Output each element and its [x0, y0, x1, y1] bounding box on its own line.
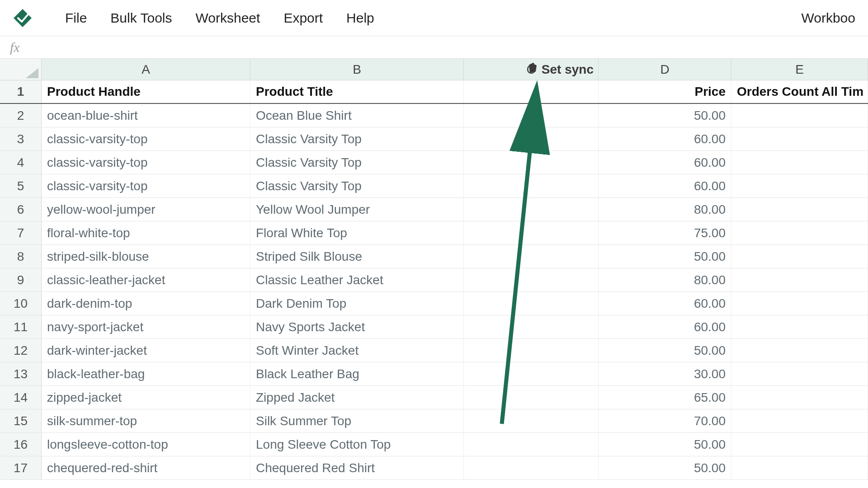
- cell-d[interactable]: 50.00: [599, 339, 731, 362]
- row-header[interactable]: 11: [0, 315, 42, 338]
- cell-a[interactable]: classic-varsity-top: [42, 127, 250, 150]
- set-sync-button[interactable]: Set sync: [527, 62, 594, 77]
- cell-c[interactable]: [464, 433, 599, 456]
- cell-e[interactable]: [731, 198, 868, 221]
- cell-c[interactable]: [464, 386, 599, 409]
- row-header[interactable]: 1: [0, 80, 42, 103]
- cell-b[interactable]: Classic Varsity Top: [250, 174, 464, 197]
- menu-worksheet[interactable]: Worksheet: [196, 10, 260, 26]
- header-cell-b[interactable]: Product Title: [250, 80, 464, 103]
- cell-c[interactable]: [464, 127, 599, 150]
- select-all-corner[interactable]: [0, 59, 42, 80]
- menu-file[interactable]: File: [65, 10, 87, 26]
- menu-bulk-tools[interactable]: Bulk Tools: [110, 10, 172, 26]
- cell-e[interactable]: [731, 386, 868, 409]
- cell-d[interactable]: 60.00: [599, 292, 731, 315]
- row-header[interactable]: 5: [0, 174, 42, 197]
- row-header[interactable]: 4: [0, 151, 42, 174]
- cell-d[interactable]: 60.00: [599, 174, 731, 197]
- cell-d[interactable]: 50.00: [599, 245, 731, 268]
- column-header-d[interactable]: D: [599, 59, 731, 80]
- column-header-c[interactable]: C Set sync: [464, 59, 599, 80]
- cell-b[interactable]: Long Sleeve Cotton Top: [250, 433, 464, 456]
- header-cell-e[interactable]: Orders Count All Tim: [731, 80, 868, 103]
- cell-b[interactable]: Black Leather Bag: [250, 362, 464, 385]
- cell-d[interactable]: 70.00: [599, 409, 731, 432]
- cell-c[interactable]: [464, 292, 599, 315]
- cell-a[interactable]: navy-sport-jacket: [42, 315, 250, 338]
- cell-b[interactable]: Soft Winter Jacket: [250, 339, 464, 362]
- cell-a[interactable]: silk-summer-top: [42, 409, 250, 432]
- cell-c[interactable]: [464, 339, 599, 362]
- cell-d[interactable]: 60.00: [599, 315, 731, 338]
- cell-a[interactable]: dark-winter-jacket: [42, 339, 250, 362]
- cell-c[interactable]: [464, 104, 599, 127]
- cell-c[interactable]: [464, 151, 599, 174]
- cell-b[interactable]: Ocean Blue Shirt: [250, 104, 464, 127]
- row-header[interactable]: 10: [0, 292, 42, 315]
- header-cell-c[interactable]: [464, 80, 599, 103]
- row-header[interactable]: 16: [0, 433, 42, 456]
- row-header[interactable]: 15: [0, 409, 42, 432]
- cell-b[interactable]: Striped Silk Blouse: [250, 245, 464, 268]
- cell-b[interactable]: Navy Sports Jacket: [250, 315, 464, 338]
- cell-c[interactable]: [464, 409, 599, 432]
- cell-e[interactable]: [731, 268, 868, 291]
- cell-c[interactable]: [464, 174, 599, 197]
- cell-a[interactable]: classic-varsity-top: [42, 174, 250, 197]
- cell-a[interactable]: dark-denim-top: [42, 292, 250, 315]
- cell-a[interactable]: striped-silk-blouse: [42, 245, 250, 268]
- row-header[interactable]: 13: [0, 362, 42, 385]
- cell-e[interactable]: [731, 456, 868, 479]
- cell-e[interactable]: [731, 151, 868, 174]
- cell-d[interactable]: 60.00: [599, 151, 731, 174]
- cell-c[interactable]: [464, 315, 599, 338]
- cell-a[interactable]: zipped-jacket: [42, 386, 250, 409]
- row-header[interactable]: 6: [0, 198, 42, 221]
- cell-e[interactable]: [731, 433, 868, 456]
- cell-c[interactable]: [464, 268, 599, 291]
- row-header[interactable]: 14: [0, 386, 42, 409]
- row-header[interactable]: 7: [0, 221, 42, 244]
- cell-c[interactable]: [464, 245, 599, 268]
- cell-a[interactable]: black-leather-bag: [42, 362, 250, 385]
- cell-c[interactable]: [464, 198, 599, 221]
- row-header[interactable]: 8: [0, 245, 42, 268]
- cell-a[interactable]: floral-white-top: [42, 221, 250, 244]
- column-header-b[interactable]: B: [250, 59, 464, 80]
- cell-e[interactable]: [731, 174, 868, 197]
- column-header-e[interactable]: E: [731, 59, 868, 80]
- cell-b[interactable]: Classic Varsity Top: [250, 151, 464, 174]
- cell-a[interactable]: classic-leather-jacket: [42, 268, 250, 291]
- cell-e[interactable]: [731, 104, 868, 127]
- cell-e[interactable]: [731, 409, 868, 432]
- cell-a[interactable]: classic-varsity-top: [42, 151, 250, 174]
- cell-e[interactable]: [731, 362, 868, 385]
- cell-b[interactable]: Classic Leather Jacket: [250, 268, 464, 291]
- row-header[interactable]: 3: [0, 127, 42, 150]
- cell-e[interactable]: [731, 292, 868, 315]
- cell-d[interactable]: 80.00: [599, 268, 731, 291]
- cell-e[interactable]: [731, 127, 868, 150]
- header-cell-d[interactable]: Price: [599, 80, 731, 103]
- cell-c[interactable]: [464, 456, 599, 479]
- cell-d[interactable]: 65.00: [599, 386, 731, 409]
- cell-d[interactable]: 80.00: [599, 198, 731, 221]
- cell-b[interactable]: Floral White Top: [250, 221, 464, 244]
- row-header[interactable]: 2: [0, 104, 42, 127]
- cell-d[interactable]: 60.00: [599, 127, 731, 150]
- row-header[interactable]: 9: [0, 268, 42, 291]
- cell-d[interactable]: 30.00: [599, 362, 731, 385]
- menu-export[interactable]: Export: [283, 10, 323, 26]
- cell-b[interactable]: Yellow Wool Jumper: [250, 198, 464, 221]
- menu-help[interactable]: Help: [346, 10, 374, 26]
- cell-d[interactable]: 50.00: [599, 104, 731, 127]
- cell-a[interactable]: chequered-red-shirt: [42, 456, 250, 479]
- cell-c[interactable]: [464, 221, 599, 244]
- cell-b[interactable]: Chequered Red Shirt: [250, 456, 464, 479]
- cell-c[interactable]: [464, 362, 599, 385]
- cell-d[interactable]: 75.00: [599, 221, 731, 244]
- cell-b[interactable]: Zipped Jacket: [250, 386, 464, 409]
- cell-b[interactable]: Dark Denim Top: [250, 292, 464, 315]
- cell-e[interactable]: [731, 245, 868, 268]
